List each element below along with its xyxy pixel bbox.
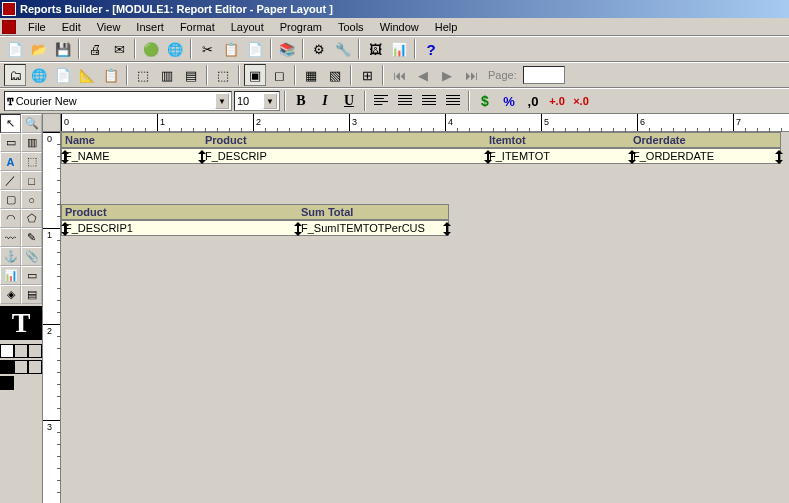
library-button[interactable]: 📚	[276, 38, 298, 60]
font-size-combo[interactable]: 10 ▼	[234, 91, 280, 111]
copy-button[interactable]: 📋	[220, 38, 242, 60]
bold-button[interactable]: B	[290, 90, 312, 112]
column-header-orderdate[interactable]: Orderdate	[630, 133, 780, 147]
underline-button[interactable]: U	[338, 90, 360, 112]
no-fill-swatch[interactable]	[14, 344, 28, 358]
fill-color-swatch[interactable]	[0, 344, 14, 358]
currency-button[interactable]: $	[474, 90, 496, 112]
remove-decimal-button[interactable]: ×.0	[570, 90, 592, 112]
last-page-button[interactable]: ⏭	[460, 64, 482, 86]
first-page-button[interactable]: ⏮	[388, 64, 410, 86]
align-justify-button[interactable]	[442, 90, 464, 112]
align-center-button[interactable]	[394, 90, 416, 112]
freehand-tool[interactable]: ✎	[21, 228, 42, 247]
next-page-button[interactable]: ▶	[436, 64, 458, 86]
field-descrip[interactable]: F_DESCRIP	[202, 149, 486, 163]
paperlayout-view-button[interactable]: 📄	[52, 64, 74, 86]
datamodel-view-button[interactable]: 🗂	[4, 64, 26, 86]
confine-off-button[interactable]: ◻	[268, 64, 290, 86]
magnify-tool[interactable]: 🔍	[21, 114, 42, 133]
run-button[interactable]: 🟢	[140, 38, 162, 60]
report-block-tool[interactable]: ▤	[21, 285, 42, 304]
frame-group1[interactable]: Name Product Itemtot Orderdate F_NAME F_…	[61, 132, 781, 164]
font-family-combo[interactable]: ͳCourier New ▼	[4, 91, 232, 111]
menu-insert[interactable]: Insert	[128, 19, 172, 35]
field-descrip1[interactable]: F_DESCRIP1	[62, 221, 298, 235]
add-decimal-button[interactable]: +.0	[546, 90, 568, 112]
field-itemtot[interactable]: F_ITEMTOT	[486, 149, 630, 163]
menu-edit[interactable]: Edit	[54, 19, 89, 35]
insert-image-button[interactable]: 🖼	[364, 38, 386, 60]
arc-tool[interactable]: ◠	[0, 209, 21, 228]
help-button[interactable]: ?	[420, 38, 442, 60]
paste-button[interactable]: 📄	[244, 38, 266, 60]
polyline-tool[interactable]: 〰	[0, 228, 21, 247]
column-header-sumtotal[interactable]: Sum Total	[298, 205, 448, 219]
repeating-frame-tool[interactable]: ▥	[21, 133, 42, 152]
swatch[interactable]	[14, 360, 28, 374]
field-sumitemtot[interactable]: F_SumITEMTOTPerCUS	[298, 221, 448, 235]
menu-file[interactable]: File	[20, 19, 54, 35]
select-tool[interactable]: ↖	[0, 114, 21, 133]
frame-group2[interactable]: Product Sum Total F_DESCRIP1 F_SumITEMTO…	[61, 204, 449, 236]
percent-button[interactable]: %	[498, 90, 520, 112]
save-button[interactable]: 💾	[52, 38, 74, 60]
builder-button[interactable]: 🔧	[332, 38, 354, 60]
page-input[interactable]	[523, 66, 565, 84]
print-button[interactable]: 🖨	[84, 38, 106, 60]
mail-button[interactable]: ✉	[108, 38, 130, 60]
menu-layout[interactable]: Layout	[223, 19, 272, 35]
button-tool[interactable]: ▭	[21, 266, 42, 285]
anchor-tool[interactable]: ⚓	[0, 247, 21, 266]
polygon-tool[interactable]: ⬠	[21, 209, 42, 228]
field-orderdate[interactable]: F_ORDERDATE	[630, 149, 780, 163]
link-file-tool[interactable]: 📎	[21, 247, 42, 266]
cut-button[interactable]: ✂	[196, 38, 218, 60]
menu-view[interactable]: View	[89, 19, 129, 35]
main-section-button[interactable]: ▥	[156, 64, 178, 86]
menu-help[interactable]: Help	[427, 19, 466, 35]
align-right-button[interactable]	[418, 90, 440, 112]
chevron-down-icon[interactable]: ▼	[215, 93, 229, 109]
open-button[interactable]: 📂	[28, 38, 50, 60]
align-left-button[interactable]	[370, 90, 392, 112]
italic-button[interactable]: I	[314, 90, 336, 112]
line-tool[interactable]: ／	[0, 171, 21, 190]
text-color-indicator[interactable]: T	[0, 306, 42, 340]
chevron-down-icon[interactable]: ▼	[263, 93, 277, 109]
menu-window[interactable]: Window	[372, 19, 427, 35]
trailer-section-button[interactable]: ▤	[180, 64, 202, 86]
layout-canvas[interactable]: Name Product Itemtot Orderdate F_NAME F_…	[61, 132, 789, 503]
run-web-button[interactable]: 🌐	[164, 38, 186, 60]
field-name[interactable]: F_NAME	[62, 149, 202, 163]
menu-tools[interactable]: Tools	[330, 19, 372, 35]
frame-select-button[interactable]: ▧	[324, 64, 346, 86]
insert-chart-button[interactable]: 📊	[388, 38, 410, 60]
graph-tool[interactable]: 📊	[0, 266, 21, 285]
prev-page-button[interactable]: ◀	[412, 64, 434, 86]
column-header-product[interactable]: Product	[202, 133, 486, 147]
menu-program[interactable]: Program	[272, 19, 330, 35]
select-parent-button[interactable]: ▦	[300, 64, 322, 86]
field-tool[interactable]: ⬚	[21, 152, 42, 171]
frame-tool[interactable]: ▭	[0, 133, 21, 152]
column-header-name[interactable]: Name	[62, 133, 202, 147]
ole-tool[interactable]: ◈	[0, 285, 21, 304]
flex-off-button[interactable]: ⬚	[212, 64, 234, 86]
confine-on-button[interactable]: ▣	[244, 64, 266, 86]
weblayout-view-button[interactable]: 🌐	[28, 64, 50, 86]
column-header-itemtot[interactable]: Itemtot	[486, 133, 630, 147]
menu-format[interactable]: Format	[172, 19, 223, 35]
rounded-rect-tool[interactable]: ▢	[0, 190, 21, 209]
parameter-view-button[interactable]: 📋	[100, 64, 122, 86]
text-color-swatch[interactable]	[0, 376, 14, 390]
thousands-button[interactable]: ,0	[522, 90, 544, 112]
swatch[interactable]	[28, 360, 42, 374]
column-header-product2[interactable]: Product	[62, 205, 298, 219]
paperdesign-view-button[interactable]: 📐	[76, 64, 98, 86]
text-tool[interactable]: A	[0, 152, 21, 171]
wizard-button[interactable]: ⚙	[308, 38, 330, 60]
rectangle-tool[interactable]: □	[21, 171, 42, 190]
no-line-swatch[interactable]	[28, 344, 42, 358]
ellipse-tool[interactable]: ○	[21, 190, 42, 209]
